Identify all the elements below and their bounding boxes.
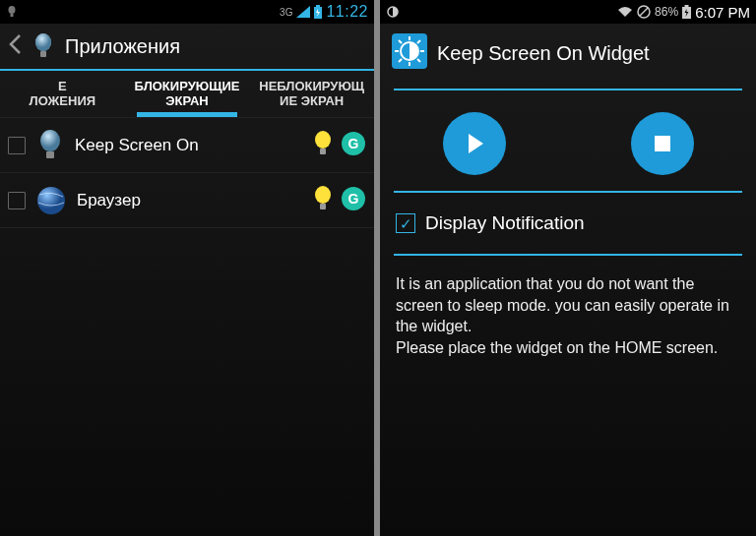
status-bar: 3G 11:22 <box>0 0 374 24</box>
checkbox-checked[interactable]: ✓ <box>396 213 415 233</box>
phone-screen-left: 3G 11:22 Приложения Е ЛОЖЕНИЯ БЛОКИРУЮЩИ… <box>0 0 374 536</box>
svg-rect-8 <box>46 151 54 158</box>
gear-icon[interactable]: G <box>341 186 366 215</box>
checkbox-label: Display Notification <box>425 212 585 234</box>
battery-icon <box>682 5 691 19</box>
widget-header: Keep Screen On Widget <box>380 24 756 83</box>
stop-button[interactable] <box>631 112 694 175</box>
battery-percent: 86% <box>655 5 678 19</box>
back-icon[interactable] <box>8 33 22 59</box>
play-icon <box>462 131 487 156</box>
app-checkbox[interactable] <box>8 137 26 154</box>
svg-point-5 <box>35 33 51 51</box>
svg-rect-33 <box>655 136 670 151</box>
list-item[interactable]: Браузер G <box>0 173 374 228</box>
no-sim-icon <box>637 5 651 19</box>
play-button[interactable] <box>443 112 506 175</box>
svg-point-13 <box>37 187 65 214</box>
stop-icon <box>650 131 675 156</box>
display-notification-row[interactable]: ✓ Display Notification <box>380 199 756 248</box>
divider <box>394 191 742 193</box>
svg-point-0 <box>9 6 16 14</box>
svg-rect-22 <box>685 5 689 7</box>
list-item[interactable]: Keep Screen On G <box>0 118 374 173</box>
divider <box>394 89 742 90</box>
svg-rect-10 <box>320 149 326 154</box>
bulb-yellow-icon[interactable] <box>311 185 335 216</box>
bulb-status-icon <box>6 5 18 19</box>
app-logo-icon <box>392 33 427 73</box>
tab-bar: Е ЛОЖЕНИЯ БЛОКИРУЮЩИЕ ЭКРАН НЕБЛОКИРУЮЩ … <box>0 71 374 118</box>
tab-all-apps[interactable]: Е ЛОЖЕНИЯ <box>0 71 125 117</box>
app-name-label: Keep Screen On <box>75 136 301 155</box>
globe-icon <box>35 185 67 216</box>
page-title: Приложения <box>65 35 180 58</box>
clock: 11:22 <box>326 3 368 21</box>
bulb-yellow-icon[interactable] <box>311 130 335 161</box>
tab-nonblocking[interactable]: НЕБЛОКИРУЮЩ ИЕ ЭКРАН <box>249 71 374 117</box>
tab-blocking[interactable]: БЛОКИРУЮЩИЕ ЭКРАН <box>125 71 250 117</box>
svg-point-14 <box>315 186 331 204</box>
description-text: It is an application that you do not wan… <box>380 262 756 370</box>
svg-point-7 <box>40 130 60 151</box>
bulb-icon <box>32 31 55 61</box>
app-name-label: Браузер <box>77 191 301 210</box>
phone-screen-right: 86% 6:07 PM Keep Screen On Widget ✓ Disp… <box>380 0 756 536</box>
svg-text:G: G <box>348 136 359 151</box>
svg-rect-15 <box>320 204 326 209</box>
app-checkbox[interactable] <box>8 192 26 209</box>
svg-point-9 <box>315 131 331 149</box>
svg-line-20 <box>640 8 648 16</box>
status-bar: 86% 6:07 PM <box>380 0 756 24</box>
network-3g-icon: 3G <box>280 7 292 18</box>
app-list: Keep Screen On G Браузер G <box>0 118 374 228</box>
signal-icon <box>296 6 310 18</box>
svg-text:G: G <box>348 191 359 207</box>
divider <box>394 254 742 256</box>
svg-rect-3 <box>316 5 320 7</box>
control-buttons <box>380 96 756 185</box>
svg-rect-1 <box>11 14 14 17</box>
bulb-icon <box>35 128 65 163</box>
brightness-status-icon <box>386 5 400 19</box>
wifi-icon <box>617 6 633 18</box>
gear-icon[interactable]: G <box>341 131 366 160</box>
clock: 6:07 PM <box>695 4 750 21</box>
svg-rect-6 <box>40 51 46 57</box>
app-header: Приложения <box>0 24 374 71</box>
widget-title: Keep Screen On Widget <box>437 42 650 65</box>
battery-icon <box>314 5 322 19</box>
